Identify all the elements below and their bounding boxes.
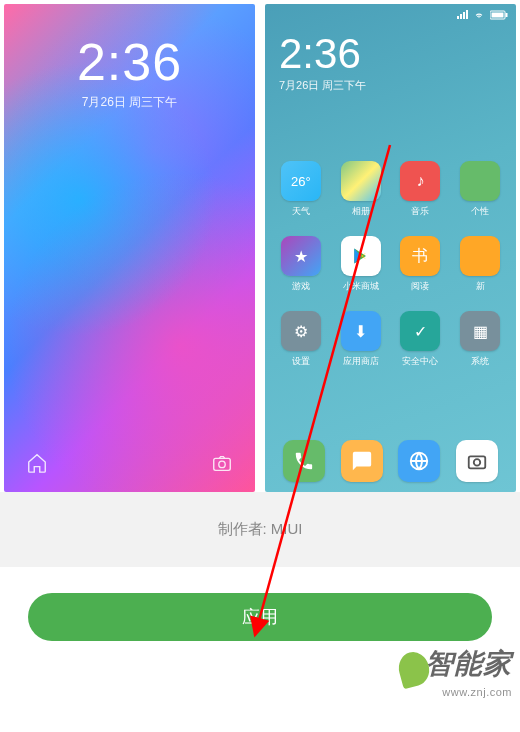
- shield-icon: ✓: [400, 311, 440, 351]
- home-time-block: 2:36 7月26日 周三下午: [265, 22, 516, 93]
- playstore-icon: [341, 236, 381, 276]
- personal-icon: [460, 161, 500, 201]
- browser-icon[interactable]: [398, 440, 440, 482]
- preview-row: 2:36 7月26日 周三下午 2:36 7月26日 周三下午 26°天气 相册…: [0, 0, 520, 492]
- app-appstore[interactable]: ⬇应用商店: [333, 311, 389, 368]
- app-weather[interactable]: 26°天气: [273, 161, 329, 218]
- author-text: 制作者: MIUI: [0, 492, 520, 567]
- lock-bottom-icons: [4, 452, 255, 474]
- signal-icon: [456, 10, 468, 20]
- settings-icon: ⚙: [281, 311, 321, 351]
- game-icon: ★: [281, 236, 321, 276]
- lock-date: 7月26日 周三下午: [4, 94, 255, 111]
- read-icon: 书: [400, 236, 440, 276]
- app-system[interactable]: ▦系统: [452, 311, 508, 368]
- app-gallery[interactable]: 相册: [333, 161, 389, 218]
- message-icon[interactable]: [341, 440, 383, 482]
- svg-rect-0: [214, 458, 231, 470]
- new-icon: [460, 236, 500, 276]
- svg-rect-4: [506, 13, 508, 17]
- lockscreen-preview[interactable]: 2:36 7月26日 周三下午: [4, 4, 255, 492]
- app-music[interactable]: ♪音乐: [393, 161, 449, 218]
- app-game[interactable]: ★游戏: [273, 236, 329, 293]
- app-store[interactable]: 小米商城: [333, 236, 389, 293]
- app-grid: 26°天气 相册 ♪音乐 个性 ★游戏 小米商城 书阅读 新 ⚙设置 ⬇应用商店…: [265, 161, 516, 368]
- svg-point-7: [474, 459, 480, 465]
- app-settings[interactable]: ⚙设置: [273, 311, 329, 368]
- app-security[interactable]: ✓安全中心: [393, 311, 449, 368]
- camera-icon: [211, 452, 233, 474]
- lock-time-block: 2:36 7月26日 周三下午: [4, 32, 255, 111]
- svg-point-1: [219, 461, 225, 467]
- gallery-icon: [341, 161, 381, 201]
- homescreen-preview[interactable]: 2:36 7月26日 周三下午 26°天气 相册 ♪音乐 个性 ★游戏 小米商城…: [265, 4, 516, 492]
- music-icon: ♪: [400, 161, 440, 201]
- app-new[interactable]: 新: [452, 236, 508, 293]
- svg-rect-6: [469, 456, 486, 468]
- weather-icon: 26°: [281, 161, 321, 201]
- app-read[interactable]: 书阅读: [393, 236, 449, 293]
- wifi-icon: [472, 10, 486, 20]
- appstore-icon: ⬇: [341, 311, 381, 351]
- home-date: 7月26日 周三下午: [279, 78, 502, 93]
- phone-icon[interactable]: [283, 440, 325, 482]
- app-personal[interactable]: 个性: [452, 161, 508, 218]
- dock: [265, 440, 516, 482]
- status-bar: [265, 4, 516, 22]
- apply-button[interactable]: 应用: [28, 593, 492, 641]
- battery-icon: [490, 10, 508, 20]
- lock-time: 2:36: [4, 32, 255, 92]
- svg-rect-3: [492, 13, 504, 18]
- watermark: 智能家 www.znj.com: [399, 645, 512, 698]
- dock-camera-icon[interactable]: [456, 440, 498, 482]
- home-icon: [26, 452, 48, 474]
- folder-icon: ▦: [460, 311, 500, 351]
- home-time: 2:36: [279, 30, 502, 78]
